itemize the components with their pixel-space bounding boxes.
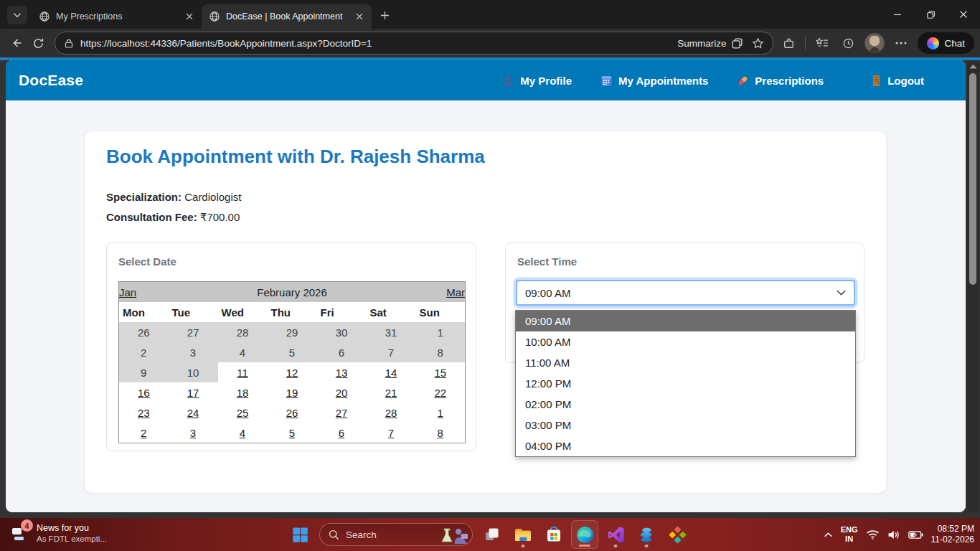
start-button[interactable] (286, 520, 314, 549)
profile-avatar[interactable] (864, 33, 885, 53)
page-scrollbar[interactable] (967, 60, 979, 512)
calendar-day-cell: 18 (218, 382, 268, 402)
scrollbar-up-icon[interactable] (969, 64, 977, 69)
calendar-day-link[interactable]: 20 (336, 387, 348, 399)
extensions-icon[interactable] (779, 34, 798, 52)
history-icon[interactable] (839, 34, 857, 52)
ssms-taskbar-button[interactable] (633, 520, 660, 549)
calendar-day-link[interactable]: 24 (187, 407, 199, 419)
nav-item-my-appointments[interactable]: My Appointments (600, 75, 708, 87)
calendar-day-cell: 2 (119, 423, 169, 443)
calendar-day-link[interactable]: 2 (141, 427, 146, 439)
nav-item-logout[interactable]: Logout (871, 75, 924, 87)
calendar-day-link[interactable]: 26 (286, 407, 298, 419)
time-option[interactable]: 03:00 PM (516, 415, 855, 435)
calendar-day-link[interactable]: 17 (187, 387, 199, 399)
time-option[interactable]: 11:00 AM (516, 352, 855, 373)
month-prev-link[interactable]: Jan (119, 286, 136, 298)
time-select[interactable]: 09:00 AM (516, 280, 855, 306)
calendar-day-link[interactable]: 28 (385, 407, 397, 419)
calendar-day-link[interactable]: 5 (289, 427, 295, 439)
calendar-day-disabled: 28 (218, 322, 268, 342)
volume-icon[interactable] (887, 529, 900, 540)
calendar-day-link[interactable]: 21 (385, 387, 397, 399)
calendar-day-link[interactable]: 25 (237, 407, 249, 419)
ssms-icon (638, 526, 656, 544)
day-header: Fri (317, 302, 367, 322)
tab-search-button[interactable] (7, 6, 27, 24)
address-bar[interactable]: https://localhost:44336/Patients/BookApp… (55, 32, 773, 55)
tab-close-button[interactable] (353, 10, 366, 23)
calendar-day-link[interactable]: 7 (388, 427, 394, 439)
file-explorer-icon (514, 525, 533, 545)
calendar-week-row: 16171819202122 (119, 382, 466, 402)
calendar-title-row: JanFebruary 2026Mar (119, 282, 466, 303)
visual-studio-taskbar-button[interactable] (602, 520, 629, 549)
url-text[interactable]: https://localhost:44336/Patients/BookApp… (80, 38, 672, 49)
nav-item-prescriptions[interactable]: Prescriptions (737, 75, 824, 87)
calendar-day-link[interactable]: 22 (434, 387, 446, 399)
favorites-bar-icon[interactable] (813, 34, 831, 52)
taskbar-search[interactable]: Search (319, 523, 473, 546)
battery-charging-icon[interactable] (908, 530, 923, 540)
calendar-day-link[interactable]: 6 (339, 427, 344, 439)
wifi-icon[interactable] (866, 529, 880, 540)
nav-item-label: My Profile (520, 75, 572, 87)
time-option[interactable]: 12:00 PM (516, 373, 855, 394)
calendar-day-link[interactable]: 13 (336, 367, 348, 379)
edge-icon (575, 525, 595, 545)
calendar-day-disabled: 10 (169, 362, 218, 382)
nav-item-my-profile[interactable]: My Profile (502, 75, 572, 87)
calendar-day-link[interactable]: 11 (237, 367, 248, 379)
calendar-day-link[interactable]: 8 (438, 427, 443, 439)
nav-item-label: My Appointments (618, 75, 708, 87)
calendar-day-link[interactable]: 27 (336, 407, 348, 419)
edge-taskbar-button[interactable] (571, 520, 598, 549)
calendar-day-link[interactable]: 4 (240, 427, 245, 439)
calendar-day-link[interactable]: 19 (286, 387, 298, 399)
back-button[interactable] (6, 32, 27, 54)
month-next-link[interactable]: Mar (446, 286, 465, 298)
calendar-day-link[interactable]: 1 (438, 407, 443, 419)
calendar-day-link[interactable]: 18 (237, 387, 249, 399)
refresh-button[interactable] (27, 32, 49, 54)
calendar-day-link[interactable]: 15 (434, 367, 446, 379)
visual-studio-icon (607, 526, 625, 544)
time-option[interactable]: 09:00 AM (516, 311, 855, 331)
favorite-star-icon[interactable] (752, 37, 764, 50)
calendar-day-link[interactable]: 16 (138, 387, 150, 399)
summarize-button[interactable]: Summarize (677, 37, 743, 50)
browser-tab-docease-book-appointment[interactable]: DocEase | Book Appointment (202, 4, 372, 29)
copilot-chat-button[interactable]: Chat (918, 32, 974, 54)
site-brand[interactable]: DocEase (19, 72, 83, 89)
globe-icon (39, 11, 50, 22)
time-option[interactable]: 10:00 AM (516, 331, 855, 352)
time-option[interactable]: 04:00 PM (516, 435, 855, 456)
settings-more-icon[interactable] (892, 34, 910, 52)
calendar-icon (600, 75, 613, 87)
calendar-day-cell: 1 (416, 402, 466, 423)
tab-close-button[interactable] (183, 10, 196, 23)
calendar-day-link[interactable]: 14 (385, 367, 397, 379)
restore-button[interactable] (914, 0, 947, 29)
new-tab-button[interactable] (374, 5, 395, 25)
diamond-app-taskbar-button[interactable] (664, 520, 691, 549)
language-indicator[interactable]: ENG IN (841, 525, 858, 544)
file-explorer-taskbar-button[interactable] (509, 520, 537, 549)
calendar-day-link[interactable]: 12 (286, 367, 298, 379)
clock[interactable]: 08:52 PM 11-02-2026 (931, 524, 975, 545)
calendar-day-link[interactable]: 3 (190, 427, 196, 439)
calendar-day-cell: 21 (367, 382, 416, 402)
time-option[interactable]: 02:00 PM (516, 394, 855, 415)
time-select-value: 09:00 AM (525, 287, 570, 299)
tray-chevron-up-icon[interactable] (824, 532, 833, 538)
close-window-button[interactable] (947, 0, 980, 29)
store-taskbar-button[interactable] (540, 520, 567, 549)
scrollbar-thumb[interactable] (969, 73, 976, 285)
browser-tab-my-prescriptions[interactable]: My Prescriptions (32, 4, 202, 29)
day-header: Wed (218, 302, 268, 322)
task-view-taskbar-button[interactable] (479, 520, 506, 549)
minimize-button[interactable] (881, 0, 914, 29)
calendar-day-link[interactable]: 23 (138, 407, 150, 419)
widgets-button[interactable]: 4 News for you As FDTL exempti... (9, 522, 107, 544)
